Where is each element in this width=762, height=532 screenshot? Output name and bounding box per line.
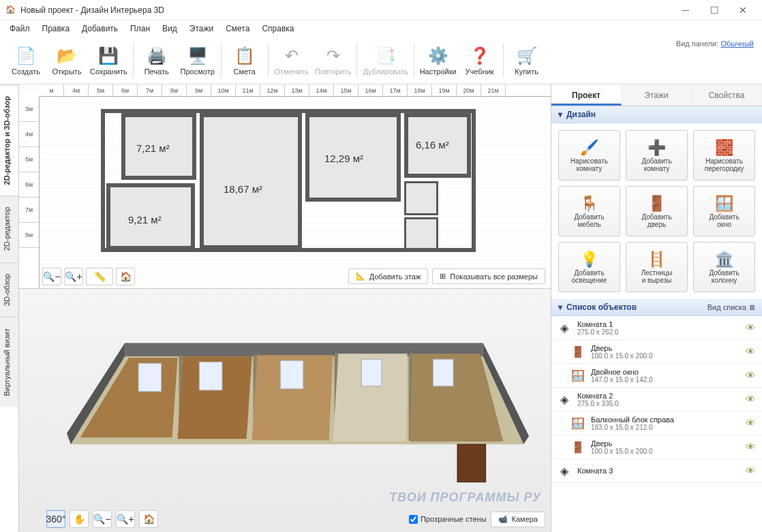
object-icon: 🚪 [570,343,585,360]
sidetab-0[interactable]: 2D-редактор и 3D-обзор [0,84,18,195]
menu-добавить[interactable]: Добавить [76,22,123,35]
room-5-area: 9,21 м² [128,214,162,225]
sidetab-2[interactable]: 3D-обзор [0,262,18,317]
list-icon: ≣ [749,303,755,312]
measure-button[interactable]: 📏 [86,268,113,285]
object-row[interactable]: ◈Комната 3👁 [551,459,762,483]
room-small-2[interactable] [404,217,438,250]
toolbar-печать[interactable]: 🖨️Печать [136,40,177,81]
rotate-360-button[interactable]: 360° [46,510,65,528]
window-title: Новый проект - Дизайн Интерьера 3D [20,5,672,15]
toolbar-настройки[interactable]: ⚙️Настройки [417,40,459,81]
menu-план[interactable]: План [125,22,155,35]
close-button[interactable]: ✕ [729,1,757,20]
toolbar-учебник[interactable]: ❓Учебник [459,40,500,81]
object-row[interactable]: ◈Комната 1275.0 x 262.0👁 [551,316,762,340]
view-3d-viewport[interactable]: 360° ✋ 🔍− 🔍+ 🏠 Прозрачные стены 📹Камера … [19,289,551,532]
design-section-head: ▾ Дизайн [551,106,762,123]
menu-справка[interactable]: Справка [256,22,299,35]
camera-button[interactable]: 📹Камера [491,512,545,527]
rtab-проект[interactable]: Проект [551,84,622,106]
zoom-in-button[interactable]: 🔍+ [64,268,83,285]
minimize-button[interactable]: ─ [672,1,699,20]
visibility-icon[interactable]: 👁 [746,441,757,452]
menu-этажи[interactable]: Этажи [184,22,219,35]
home-3d-button[interactable]: 🏠 [139,510,158,528]
side-tabs: 2D-редактор и 3D-обзор2D-редактор3D-обзо… [0,84,19,532]
gridtool-добавить-колонну[interactable]: 🏛️Добавить колонну [693,242,755,292]
room-2[interactable] [200,113,302,249]
gridtool-нарисовать-комнату[interactable]: 🖌️Нарисовать комнату [558,130,620,181]
add-floor-button[interactable]: 📐Добавить этаж [348,268,428,284]
zoom-in-3d-button[interactable]: 🔍+ [116,510,135,528]
chevron-down-icon: ▾ [558,110,562,119]
toolbar-смета[interactable]: 📋Смета [224,40,265,81]
show-dimensions-button[interactable]: ⊞Показывать все размеры [432,268,545,284]
right-tabs: ПроектЭтажиСвойства [551,84,762,106]
pan-button[interactable]: ✋ [70,510,89,528]
camera-icon: 📹 [498,515,508,524]
toolbar-сохранить[interactable]: 💾Сохранить [87,40,130,81]
gridtool-добавить-освещение[interactable]: 💡Добавить освещение [558,242,620,292]
toolbar-повторить: ↷Повторить [312,40,354,81]
room-small-1[interactable] [404,181,438,215]
rtab-этажи[interactable]: Этажи [622,84,692,106]
gridtool-icon: 💡 [580,250,598,269]
home-button[interactable]: 🏠 [116,268,135,285]
gridtool-icon: 🪟 [715,194,733,213]
zoom-out-button[interactable]: 🔍− [42,268,61,285]
toolbar-открыть[interactable]: 📂Открыть [46,40,87,81]
ruler-horizontal: м4м5м6м7м8м9м10м11м12м13м14м15м16м17м18м… [40,84,551,97]
object-list-head: ▾Список объектов Вид списка ≣ [551,299,762,316]
toolbar-купить[interactable]: 🛒Купить [506,40,547,81]
zoom-out-3d-button[interactable]: 🔍− [93,510,112,528]
visibility-icon[interactable]: 👁 [746,418,757,428]
design-tool-grid: 🖌️Нарисовать комнату➕Добавить комнату🧱На… [551,123,762,299]
gridtool-лестницы-и-вырезы[interactable]: 🪜Лестницы и вырезы [626,242,688,292]
maximize-button[interactable]: ☐ [701,1,728,20]
svg-rect-18 [457,444,486,482]
gridtool-нарисовать-перегородку[interactable]: 🧱Нарисовать перегородку [693,130,755,181]
object-row[interactable]: 🪟Балконный блок справа183.0 x 15.0 x 212… [551,411,762,435]
sidetab-1[interactable]: 2D-редактор [0,195,18,262]
object-row[interactable]: 🚪Дверь100.0 x 15.0 x 200.0👁 [551,340,762,364]
list-mode-button[interactable]: Вид списка ≣ [707,303,755,312]
object-icon: 🪟 [570,366,585,384]
gridtool-добавить-дверь[interactable]: 🚪Добавить дверь [626,186,688,236]
object-icon: 🚪 [570,438,585,456]
gridtool-добавить-мебель[interactable]: 🪑Добавить мебель [558,186,620,236]
menu-правка[interactable]: Правка [37,22,76,35]
main-toolbar: 📄Создать📂Открыть💾Сохранить🖨️Печать🖥️Прос… [0,37,762,84]
visibility-icon[interactable]: 👁 [746,322,757,333]
menu-смета[interactable]: Смета [220,22,255,35]
menubar: ФайлПравкаДобавитьПланВидЭтажиСметаСправ… [0,20,762,37]
gridtool-icon: 🪑 [580,194,598,213]
gridtool-icon: ➕ [647,138,666,157]
toolbar-просмотр[interactable]: 🖥️Просмотр [177,40,218,81]
floorplan[interactable]: 7,21 м² 18,67 м² 12,29 м² 6,16 м² 9,21 м… [101,105,476,255]
rtab-свойства[interactable]: Свойства [692,84,762,106]
panel-mode-link[interactable]: Обычный [720,40,754,48]
сохранить-icon: 💾 [98,46,119,66]
visibility-icon[interactable]: 👁 [746,465,757,476]
titlebar: 🏠 Новый проект - Дизайн Интерьера 3D ─ ☐… [0,0,762,20]
svg-rect-14 [199,362,222,390]
object-row[interactable]: 🪟Двойное окно147.0 x 15.0 x 142.0👁 [551,364,762,388]
visibility-icon[interactable]: 👁 [746,346,757,357]
учебник-icon: ❓ [470,46,490,66]
menu-файл[interactable]: Файл [4,22,35,35]
создать-icon: 📄 [16,46,36,66]
gridtool-добавить-окно[interactable]: 🪟Добавить окно [693,186,755,236]
transparent-walls-checkbox[interactable]: Прозрачные стены [409,515,486,524]
object-row[interactable]: 🚪Дверь100.0 x 15.0 x 200.0👁 [551,435,762,459]
gridtool-добавить-комнату[interactable]: ➕Добавить комнату [626,130,688,181]
visibility-icon[interactable]: 👁 [746,394,757,405]
plan-toolbar: 🔍− 🔍+ 📏 🏠 [42,268,135,285]
object-row[interactable]: ◈Комната 2275.0 x 335.0👁 [551,388,762,411]
sidetab-3[interactable]: Виртуальный визит [0,317,18,407]
visibility-icon[interactable]: 👁 [746,370,757,381]
toolbar-создать[interactable]: 📄Создать [5,40,46,81]
menu-вид[interactable]: Вид [157,22,183,35]
toolbar-дублировать: 📑Дублировать [360,40,410,81]
plan-2d-viewport[interactable]: м4м5м6м7м8м9м10м11м12м13м14м15м16м17м18м… [19,84,551,289]
